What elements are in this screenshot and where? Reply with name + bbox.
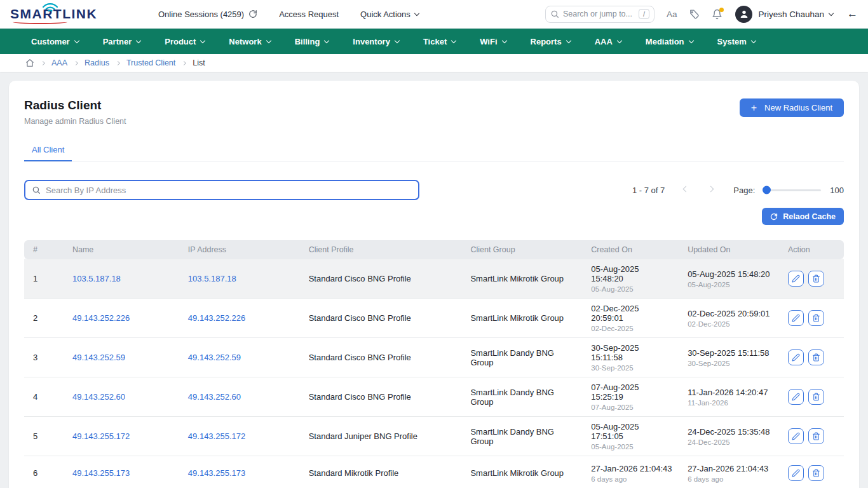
global-search-input[interactable] <box>563 10 635 18</box>
edit-button[interactable] <box>788 389 804 405</box>
table-row: 5 49.143.255.172 49.143.255.172 Standard… <box>24 417 844 456</box>
client-ip-link[interactable]: 103.5.187.18 <box>188 274 236 283</box>
client-name-link[interactable]: 49.143.252.60 <box>72 392 125 402</box>
nav-item-product[interactable]: Product <box>153 29 217 54</box>
delete-button[interactable] <box>808 349 824 365</box>
action-cell <box>780 377 844 417</box>
chevron-down-icon <box>200 37 205 43</box>
created-on: 07-Aug-2025 15:25:19 07-Aug-2025 <box>583 377 680 417</box>
tag-icon[interactable] <box>689 9 700 20</box>
home-icon[interactable] <box>25 58 34 67</box>
row-number: 5 <box>24 417 65 456</box>
created-on: 05-Aug-2025 17:51:05 05-Aug-2025 <box>583 417 680 456</box>
delete-button[interactable] <box>808 428 824 444</box>
row-number: 3 <box>24 338 65 377</box>
delete-button[interactable] <box>808 271 824 287</box>
page-title-block: Radius Client Manage admin Radius Client <box>24 98 126 126</box>
ip-search[interactable] <box>24 180 419 200</box>
page-size-slider[interactable] <box>763 189 821 191</box>
breadcrumb-radius[interactable]: Radius <box>85 58 109 67</box>
delete-button[interactable] <box>808 465 824 481</box>
reload-cache-button[interactable]: Relaod Cache <box>762 208 844 225</box>
client-profile: Standard Cisco BNG Profile <box>301 338 463 377</box>
client-ip-link[interactable]: 49.143.252.226 <box>188 313 245 323</box>
nav-item-partner[interactable]: Partner <box>91 29 153 54</box>
breadcrumb-aaa[interactable]: AAA <box>51 58 67 67</box>
client-group: SmartLink Mikrotik Group <box>463 259 583 299</box>
nav-item-system[interactable]: System <box>705 29 768 54</box>
ip-search-input[interactable] <box>46 186 412 195</box>
online-sessions-label: Online Sessions (4259) <box>158 10 244 19</box>
pencil-icon <box>792 393 800 401</box>
user-menu[interactable]: Priyesh Chauhan <box>758 10 833 19</box>
access-request-link[interactable]: Access Request <box>279 10 339 19</box>
edit-button[interactable] <box>788 349 804 365</box>
page-size-value: 100 <box>830 186 844 195</box>
edit-button[interactable] <box>788 428 804 444</box>
search-icon <box>550 10 559 18</box>
client-group: SmartLink Dandy BNG Group <box>463 377 583 417</box>
client-ip-link[interactable]: 49.143.255.172 <box>188 431 245 441</box>
global-search[interactable]: / <box>545 6 654 23</box>
online-sessions[interactable]: Online Sessions (4259) <box>158 10 257 19</box>
client-ip-link[interactable]: 49.143.252.59 <box>188 353 241 362</box>
edit-button[interactable] <box>788 310 804 326</box>
client-profile: Standard Cisco BNG Profile <box>301 377 463 417</box>
pagination-range: 1 - 7 of 7 <box>632 186 665 195</box>
page-size-label: Page: <box>733 186 755 195</box>
pagination-prev-button[interactable] <box>682 187 689 193</box>
delete-button[interactable] <box>808 310 824 326</box>
table-row: 4 49.143.252.60 49.143.252.60 Standard C… <box>24 377 844 417</box>
created-on: 30-Sep-2025 15:11:58 30-Sep-2025 <box>583 338 680 377</box>
client-group: SmartLink Dandy BNG Group <box>463 417 583 456</box>
client-name-link[interactable]: 103.5.187.18 <box>72 274 121 283</box>
notifications-bell-icon[interactable] <box>712 9 722 20</box>
chevron-down-icon <box>451 37 456 43</box>
refresh-icon[interactable] <box>248 10 257 18</box>
client-ip-link[interactable]: 49.143.252.60 <box>188 392 241 402</box>
client-name-link[interactable]: 49.143.252.226 <box>72 313 130 323</box>
client-name-link[interactable]: 49.143.255.172 <box>72 431 130 441</box>
client-ip-link[interactable]: 49.143.255.173 <box>188 468 245 478</box>
user-avatar[interactable] <box>735 6 752 23</box>
nav-item-reports[interactable]: Reports <box>519 29 583 54</box>
delete-button[interactable] <box>808 389 824 405</box>
pencil-icon <box>792 314 800 322</box>
tab-all-client[interactable]: All Client <box>24 141 72 161</box>
pagination-next-button[interactable] <box>707 187 714 193</box>
nav-item-billing[interactable]: Billing <box>283 29 341 54</box>
trash-icon <box>812 393 820 401</box>
nav-item-network[interactable]: Network <box>217 29 282 54</box>
nav-item-aaa[interactable]: AAA <box>583 29 634 54</box>
client-name-link[interactable]: 49.143.255.173 <box>72 468 130 478</box>
back-arrow[interactable]: ← <box>847 8 858 20</box>
chevron-down-icon <box>566 37 571 43</box>
edit-button[interactable] <box>788 271 804 287</box>
new-radius-client-button[interactable]: + New Radius Client <box>740 98 844 117</box>
nav-item-customer[interactable]: Customer <box>19 29 91 54</box>
font-size-toggle[interactable]: Aa <box>667 10 677 19</box>
edit-button[interactable] <box>788 465 804 481</box>
controls-row: 1 - 7 of 7 Page: 100 <box>24 180 844 200</box>
quick-actions-menu[interactable]: Quick Actions <box>360 10 419 19</box>
nav-item-mediation[interactable]: Mediation <box>634 29 705 54</box>
chevron-down-icon <box>501 37 506 43</box>
page-subtitle: Manage admin Radius Client <box>24 117 126 126</box>
person-icon <box>739 9 749 19</box>
notification-dot <box>719 8 724 12</box>
nav-item-ticket[interactable]: Ticket <box>411 29 468 54</box>
slider-thumb[interactable] <box>763 186 771 194</box>
chevron-down-icon <box>395 37 400 43</box>
nav-item-wifi[interactable]: WiFi <box>468 29 518 54</box>
action-cell <box>780 299 844 338</box>
chevron-down-icon <box>617 37 622 43</box>
breadcrumb: AAA Radius Trusted Client List <box>0 54 868 72</box>
logo[interactable]: SMARTLINK <box>10 6 134 22</box>
breadcrumb-trusted-client[interactable]: Trusted Client <box>126 58 175 67</box>
access-request-label: Access Request <box>279 10 339 19</box>
table-row: 3 49.143.252.59 49.143.252.59 Standard C… <box>24 338 844 377</box>
nav-item-inventory[interactable]: Inventory <box>341 29 411 54</box>
quick-actions-label: Quick Actions <box>360 10 410 19</box>
client-name-link[interactable]: 49.143.252.59 <box>72 353 125 362</box>
chevron-down-icon <box>136 37 141 43</box>
